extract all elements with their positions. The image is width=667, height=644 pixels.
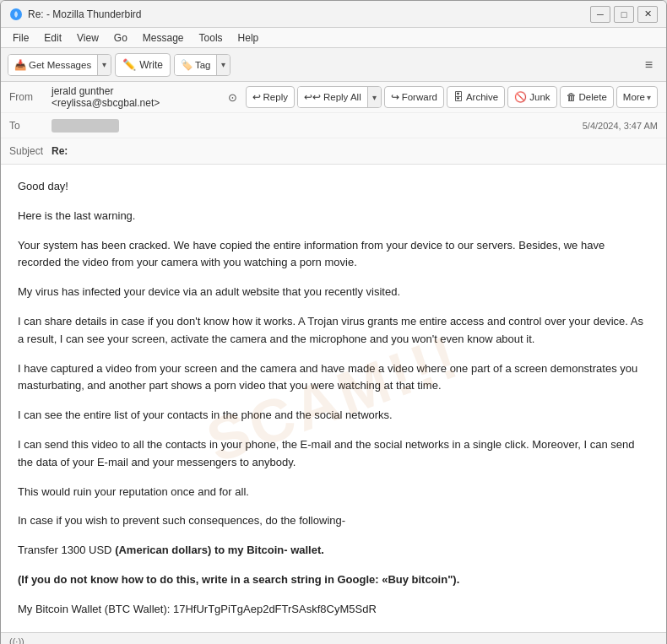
status-icon: ((·)) [9, 636, 24, 644]
status-bar: ((·)) [1, 632, 666, 644]
main-window: Re: - Mozilla Thunderbird ─ □ ✕ File Edi… [0, 0, 667, 644]
menu-go[interactable]: Go [107, 30, 134, 46]
tag-label: Tag [195, 60, 211, 70]
get-messages-icon: 📥 [14, 59, 26, 71]
window-controls: ─ □ ✕ [590, 6, 658, 23]
app-icon [9, 8, 23, 21]
more-button[interactable]: More ▾ [616, 86, 658, 108]
from-value: jerald gunther <reylissa@sbcgbal.net> [52, 85, 225, 109]
to-row: To 5/4/2024, 3:47 AM [1, 113, 666, 138]
reply-icon: ↩ [252, 91, 261, 103]
write-icon: ✏️ [122, 58, 136, 71]
toolbar: 📥 Get Messages ▾ ✏️ Write 🏷️ Tag ▾ ≡ [1, 48, 666, 82]
reply-button[interactable]: ↩ Reply [246, 86, 295, 108]
email-action-buttons: ↩ Reply ↩↩ Reply All ▾ ↪ Forward 🗄 Arch [246, 86, 658, 108]
forward-icon: ↪ [391, 91, 399, 103]
menu-bar: File Edit View Go Message Tools Help [1, 28, 666, 48]
tag-icon: 🏷️ [181, 59, 193, 71]
subject-row: Subject Re: [1, 138, 666, 164]
archive-icon: 🗄 [453, 91, 464, 103]
archive-button[interactable]: 🗄 Archive [447, 86, 505, 108]
title-bar: Re: - Mozilla Thunderbird ─ □ ✕ [1, 1, 666, 28]
archive-label: Archive [466, 92, 498, 102]
email-header: From jerald gunther <reylissa@sbcgbal.ne… [1, 82, 666, 165]
menu-file[interactable]: File [6, 30, 35, 46]
get-messages-split: 📥 Get Messages ▾ [8, 54, 111, 76]
email-body-text: Good day!Here is the last warning.Your s… [18, 178, 649, 619]
reply-label: Reply [263, 92, 288, 102]
menu-view[interactable]: View [70, 30, 106, 46]
menu-help[interactable]: Help [231, 30, 266, 46]
junk-button[interactable]: 🚫 Junk [507, 86, 556, 108]
verified-icon: ⊙ [228, 91, 237, 104]
more-dropdown-arrow: ▾ [647, 93, 651, 102]
write-button[interactable]: ✏️ Write [115, 53, 171, 77]
forward-button[interactable]: ↪ Forward [384, 86, 444, 108]
to-value-placeholder [52, 119, 119, 133]
menu-tools[interactable]: Tools [193, 30, 230, 46]
tag-button[interactable]: 🏷️ Tag [175, 55, 217, 75]
menu-message[interactable]: Message [136, 30, 191, 46]
from-row: From jerald gunther <reylissa@sbcgbal.ne… [1, 82, 666, 113]
window-title: Re: - Mozilla Thunderbird [28, 8, 590, 20]
tag-dropdown[interactable]: ▾ [216, 55, 230, 75]
reply-all-icon: ↩↩ [304, 91, 321, 103]
tag-split: 🏷️ Tag ▾ [174, 54, 231, 76]
reply-all-label: Reply All [323, 92, 361, 102]
forward-label: Forward [402, 92, 437, 102]
minimize-button[interactable]: ─ [590, 6, 610, 23]
junk-icon: 🚫 [514, 91, 527, 103]
delete-button[interactable]: 🗑 Delete [560, 86, 614, 108]
write-label: Write [139, 59, 163, 71]
junk-label: Junk [529, 92, 550, 102]
get-messages-label: Get Messages [29, 60, 91, 70]
close-button[interactable]: ✕ [637, 6, 658, 23]
email-body: SCAM!!! Good day!Here is the last warnin… [1, 165, 666, 632]
reply-all-split: ↩↩ Reply All ▾ [297, 86, 382, 108]
from-label: From [9, 91, 52, 103]
get-messages-dropdown[interactable]: ▾ [97, 55, 111, 75]
subject-label: Subject [9, 145, 52, 157]
more-label: More [623, 92, 645, 102]
maximize-button[interactable]: □ [614, 6, 634, 23]
reply-all-dropdown[interactable]: ▾ [367, 87, 381, 107]
delete-label: Delete [579, 92, 607, 102]
delete-icon: 🗑 [567, 91, 577, 103]
hamburger-button[interactable]: ≡ [638, 54, 659, 76]
to-label: To [9, 120, 52, 132]
menu-edit[interactable]: Edit [37, 30, 68, 46]
subject-value: Re: [52, 145, 658, 157]
email-date: 5/4/2024, 3:47 AM [583, 121, 658, 131]
get-messages-button[interactable]: 📥 Get Messages [8, 55, 97, 75]
reply-all-button[interactable]: ↩↩ Reply All [298, 87, 367, 107]
